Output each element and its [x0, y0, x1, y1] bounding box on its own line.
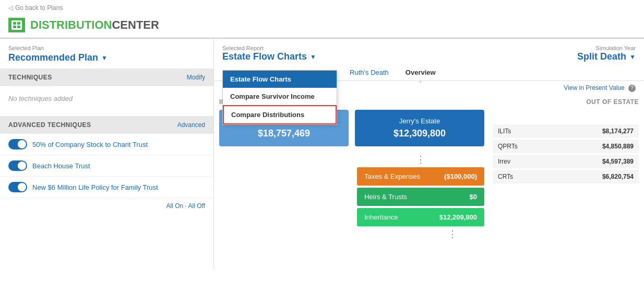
svg-rect-0 — [11, 20, 22, 30]
out-estate-label: OUT OF ESTATE — [493, 95, 639, 110]
report-selector-area: Selected Report Estate Flow Charts ▼ Est… — [214, 39, 644, 62]
heirs-trusts-value: $0 — [470, 193, 477, 201]
back-arrow-icon: ◁ — [8, 4, 13, 11]
selected-plan-dropdown[interactable]: Recommended Plan ▼ — [0, 52, 213, 68]
technique-toggle-2[interactable] — [8, 182, 27, 192]
out-estate-value-1: $4,850,889 — [602, 143, 634, 150]
all-on-link[interactable]: All On — [166, 202, 183, 210]
tab-overview[interactable]: Overview — [397, 64, 444, 80]
taxes-expenses-label: Taxes & Expenses — [364, 172, 420, 180]
distribution-bars: Taxes & Expenses ($100,000) Heirs & Trus… — [357, 167, 484, 226]
technique-name-0[interactable]: 50% of Company Stock to Charit Trust — [32, 141, 148, 148]
svg-rect-4 — [17, 26, 20, 28]
logo-center: CENTER — [112, 18, 159, 31]
dots-below-icon: ⋮ — [421, 226, 484, 242]
ruths-net-worth-value: $18,757,469 — [228, 128, 340, 139]
technique-toggle-1[interactable] — [8, 160, 27, 171]
selected-report-label: Selected Report — [222, 45, 316, 51]
back-label: Go back to Plans — [15, 4, 63, 11]
out-estate-section: OUT OF ESTATE ILITs $8,174,277 QPRTs $4,… — [493, 95, 639, 242]
jerrys-estate-title: Jerry's Estate — [363, 117, 476, 125]
svg-rect-2 — [17, 22, 20, 25]
left-panel: Selected Plan Recommended Plan ▼ TECHNIQ… — [0, 39, 214, 269]
out-estate-value-2: $4,597,389 — [602, 158, 634, 165]
selected-plan-text: Recommended Plan — [8, 52, 98, 63]
simulation-year-text: Split Death — [577, 51, 626, 62]
out-estate-item-1: QPRTs $4,850,889 — [493, 140, 639, 153]
simulation-year-caret-icon: ▼ — [629, 53, 636, 61]
tab-ruths-death[interactable]: Ruth's Death — [341, 64, 397, 80]
out-estate-item-0: ILITs $8,174,277 — [493, 124, 639, 138]
heirs-trusts-label: Heirs & Trusts — [364, 193, 407, 201]
techniques-header: TECHNIQUES Modify — [0, 68, 213, 86]
out-estate-label-0: ILITs — [498, 128, 511, 135]
logo-icon — [8, 18, 25, 32]
inheritance-value: $12,209,800 — [439, 213, 477, 221]
report-dropdown-menu: Estate Flow Charts Compare Survivor Inco… — [222, 70, 337, 125]
separator: · — [185, 202, 187, 210]
taxes-expenses-value: ($100,000) — [444, 172, 477, 180]
report-selector-container: Selected Report Estate Flow Charts ▼ Est… — [222, 45, 316, 62]
help-icon: ? — [628, 85, 636, 92]
technique-name-2[interactable]: New $6 Million Life Policy for Family Tr… — [32, 183, 158, 191]
report-caret-icon: ▼ — [310, 53, 316, 61]
technique-item-0: 50% of Company Stock to Charit Trust — [0, 134, 213, 155]
dropdown-item-2[interactable]: Compare Distributions — [223, 105, 337, 124]
simulation-year-label: Simulation Year — [577, 45, 636, 51]
heirs-trusts-bar: Heirs & Trusts $0 — [357, 188, 484, 206]
selected-plan-label: Selected Plan — [0, 39, 213, 52]
dropdown-item-0[interactable]: Estate Flow Charts — [223, 71, 337, 88]
dropdown-item-1[interactable]: Compare Survivor Income — [223, 88, 337, 105]
technique-item-1: Beach House Trust — [0, 155, 213, 177]
taxes-expenses-bar: Taxes & Expenses ($100,000) — [357, 167, 484, 186]
technique-toggle-0[interactable] — [8, 139, 27, 149]
inheritance-label: Inheritance — [364, 213, 398, 221]
simulation-year-dropdown[interactable]: Split Death ▼ — [577, 51, 636, 62]
selected-report-dropdown[interactable]: Estate Flow Charts ▼ Estate Flow Charts … — [222, 51, 316, 62]
inheritance-bar: Inheritance $12,209,800 — [357, 208, 484, 226]
plan-caret-icon: ▼ — [101, 54, 108, 62]
techniques-title: TECHNIQUES — [8, 74, 52, 81]
svg-rect-1 — [13, 22, 16, 25]
no-techniques-text: No techniques added — [0, 86, 213, 111]
out-estate-value-3: $6,820,754 — [602, 173, 634, 180]
advanced-link[interactable]: Advanced — [177, 121, 205, 129]
technique-item-2: New $6 Million Life Policy for Family Tr… — [0, 177, 213, 198]
jerrys-estate-value: $12,309,800 — [363, 128, 476, 139]
present-value-label: View in Present Value — [564, 84, 624, 91]
back-to-plans-link[interactable]: ◁ Go back to Plans — [8, 4, 636, 11]
out-estate-label-3: CRTs — [498, 173, 513, 180]
right-panel: Selected Report Estate Flow Charts ▼ Est… — [214, 39, 644, 269]
out-estate-value-0: $8,174,277 — [602, 128, 634, 135]
svg-rect-3 — [13, 26, 16, 28]
out-estate-label-2: Irrev — [498, 158, 510, 165]
technique-name-1[interactable]: Beach House Trust — [32, 162, 90, 170]
out-estate-label-1: QPRTs — [498, 143, 518, 150]
modify-link[interactable]: Modify — [187, 74, 205, 81]
all-off-link[interactable]: All Off — [188, 202, 205, 210]
jerrys-estate-box: Jerry's Estate $12,309,800 — [355, 110, 484, 146]
advanced-techniques-title: ADVANCED TECHNIQUES — [8, 121, 91, 129]
down-arrow-icon: ⋮ — [357, 152, 484, 167]
out-estate-item-2: Irrev $4,597,389 — [493, 155, 639, 168]
logo-dist: DISTRIBUTION — [30, 18, 112, 31]
all-on-off-row: All On · All Off — [0, 198, 213, 214]
out-estate-item-3: CRTs $6,820,754 — [493, 170, 639, 183]
out-estate-items: ILITs $8,174,277 QPRTs $4,850,889 Irrev … — [493, 124, 639, 183]
advanced-techniques-header: ADVANCED TECHNIQUES Advanced — [0, 116, 213, 134]
simulation-year-area: Simulation Year Split Death ▼ — [577, 45, 636, 62]
app-title: DISTRIBUTIONCENTER — [30, 18, 159, 32]
selected-report-text: Estate Flow Charts — [222, 51, 307, 62]
